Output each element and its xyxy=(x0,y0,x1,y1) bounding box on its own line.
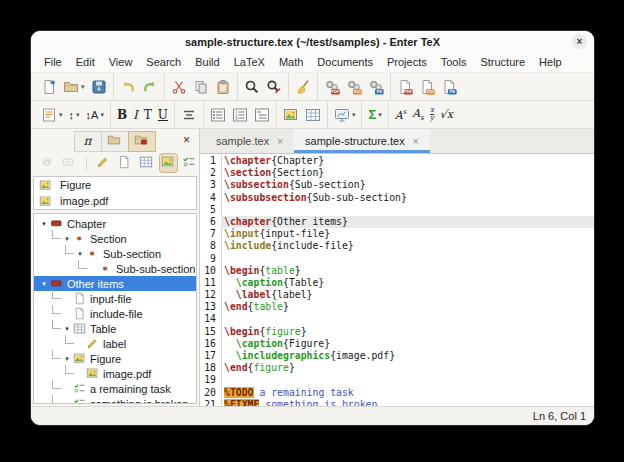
quicklist-item[interactable]: image.pdf xyxy=(34,193,196,209)
tree-item-sub-sub-section[interactable]: Sub-sub-section xyxy=(34,261,196,276)
bold-button[interactable]: B xyxy=(114,103,130,127)
tree-item-chapter[interactable]: ▾Chapter xyxy=(34,216,196,231)
window-close-button[interactable]: × xyxy=(572,34,587,49)
image-small-icon xyxy=(38,195,53,208)
filter-tables[interactable] xyxy=(138,154,156,172)
build-ps-button[interactable]: PS xyxy=(365,75,387,99)
tree-connector xyxy=(52,395,61,404)
undo-button[interactable] xyxy=(117,75,139,99)
quicklist-item[interactable]: Figure xyxy=(34,177,196,193)
filter-todos[interactable] xyxy=(181,154,199,172)
superscript-button[interactable]: As xyxy=(392,103,410,127)
cut-button[interactable] xyxy=(168,75,190,99)
line-number: 21 xyxy=(200,399,221,406)
clean-auxiliary-button[interactable] xyxy=(292,75,314,99)
filter-references[interactable]: @ xyxy=(39,154,57,172)
tree-item-include-file[interactable]: include-file xyxy=(34,306,196,321)
view-dvi-button[interactable]: DVI xyxy=(416,75,438,99)
open-file-button[interactable]: ▾ xyxy=(60,75,88,99)
toolbar-format: ▾↕▾↕A▾BITU123▾Σ▾AsAsxy√x xyxy=(31,101,594,129)
menu-documents[interactable]: Documents xyxy=(310,54,380,70)
tab-close-icon[interactable]: × xyxy=(277,136,283,147)
sidebar-close-icon[interactable]: × xyxy=(183,133,190,147)
center-environment-button[interactable] xyxy=(178,103,200,127)
typewriter-button[interactable]: T xyxy=(141,103,155,127)
copy-button[interactable] xyxy=(190,75,212,99)
expand-arrow-icon[interactable]: ▾ xyxy=(39,280,49,288)
insert-table-button[interactable] xyxy=(302,103,324,127)
filter-labels[interactable] xyxy=(95,154,113,172)
filter-frames[interactable] xyxy=(61,154,79,172)
tree-item-label[interactable]: label xyxy=(34,336,196,351)
new-file-button[interactable] xyxy=(38,75,60,99)
structure-filter-row: @ xyxy=(31,153,199,173)
italic-button[interactable]: I xyxy=(130,103,141,127)
build-pdf-button[interactable]: PDF xyxy=(321,75,343,99)
description-list-button[interactable] xyxy=(251,103,273,127)
sectioning-select-button[interactable]: ▾ xyxy=(38,103,66,127)
paste-button[interactable] xyxy=(212,75,234,99)
sidebar-tab-structure[interactable] xyxy=(128,131,156,152)
insert-slide-button[interactable]: ▾ xyxy=(331,103,359,127)
structure-sidebar: π× @ Figureimage.pdf ▾Chapter▾Section▾Su… xyxy=(31,129,200,406)
tree-item-label: label xyxy=(103,338,126,350)
tree-item-image-pdf[interactable]: image.pdf xyxy=(34,366,196,381)
tree-item-something-is-broken[interactable]: something is broken xyxy=(34,396,196,404)
menu-view[interactable]: View xyxy=(102,54,140,70)
enumerate-list-button[interactable]: 123 xyxy=(229,103,251,127)
sidebar-tab-math-symbols[interactable]: π xyxy=(74,131,102,152)
sidebar-tab-open-documents[interactable] xyxy=(101,131,129,152)
tab-close-icon[interactable]: × xyxy=(413,136,419,147)
expand-arrow-icon[interactable]: ▾ xyxy=(75,250,85,258)
expand-arrow-icon[interactable]: ▾ xyxy=(39,220,49,228)
editor-tab-label: sample.tex xyxy=(216,135,269,147)
build-dvi-button[interactable]: DVI xyxy=(343,75,365,99)
editor-tab-sample-tex[interactable]: sample.tex× xyxy=(205,129,294,153)
expand-arrow-icon[interactable]: ▾ xyxy=(62,325,72,333)
font-size-button[interactable]: ↕A▾ xyxy=(83,103,107,127)
filter-figures[interactable] xyxy=(160,154,178,172)
line-number: 9 xyxy=(200,253,221,265)
menu-build[interactable]: Build xyxy=(188,54,226,70)
find-replace-button[interactable] xyxy=(263,75,285,99)
tree-item-a-remaining-task[interactable]: a remaining task xyxy=(34,381,196,396)
view-pdf-button[interactable]: PDF xyxy=(394,75,416,99)
fraction-button[interactable]: xy xyxy=(427,103,437,127)
redo-button[interactable] xyxy=(139,75,161,99)
tree-item-input-file[interactable]: input-file xyxy=(34,291,196,306)
itemize-list-button[interactable] xyxy=(207,103,229,127)
menu-structure[interactable]: Structure xyxy=(473,54,532,70)
expand-arrow-icon[interactable]: ▾ xyxy=(62,355,72,363)
dot-icon xyxy=(98,262,113,275)
subscript-glyph: As xyxy=(412,107,424,122)
table-icon xyxy=(305,107,321,123)
filter-files[interactable] xyxy=(117,154,135,172)
tree-item-other-items[interactable]: ▾Other items xyxy=(34,276,196,291)
square-root-button[interactable]: √x xyxy=(437,103,456,127)
menu-edit[interactable]: Edit xyxy=(69,54,102,70)
insert-image-button[interactable] xyxy=(280,103,302,127)
expand-arrow-icon[interactable]: ▾ xyxy=(62,235,72,243)
menu-latex[interactable]: LaTeX xyxy=(227,54,272,70)
tree-item-figure[interactable]: ▾Figure xyxy=(34,351,196,366)
save-button[interactable] xyxy=(88,75,110,99)
todo-icon xyxy=(72,397,87,404)
line-text: \begin{table} xyxy=(221,265,594,277)
menu-help[interactable]: Help xyxy=(532,54,569,70)
find-button[interactable] xyxy=(241,75,263,99)
line-spacing-button[interactable]: ↕▾ xyxy=(66,103,83,127)
underline-button[interactable]: U xyxy=(155,103,171,127)
menu-math[interactable]: Math xyxy=(272,54,310,70)
math-sum-button[interactable]: Σ▾ xyxy=(365,103,384,127)
tree-item-sub-section[interactable]: ▾Sub-section xyxy=(34,246,196,261)
view-ps-button[interactable]: PS xyxy=(438,75,460,99)
code-area[interactable]: 1\chapter{Chapter}2\section{Section}3\su… xyxy=(200,154,594,406)
menu-projects[interactable]: Projects xyxy=(380,54,434,70)
menu-tools[interactable]: Tools xyxy=(434,54,474,70)
tree-item-section[interactable]: ▾Section xyxy=(34,231,196,246)
menu-search[interactable]: Search xyxy=(139,54,188,70)
editor-tab-sample-structure-tex[interactable]: sample-structure.tex× xyxy=(294,129,430,153)
tree-item-table[interactable]: ▾Table xyxy=(34,321,196,336)
subscript-button[interactable]: As xyxy=(409,103,427,127)
menu-file[interactable]: File xyxy=(37,54,69,70)
